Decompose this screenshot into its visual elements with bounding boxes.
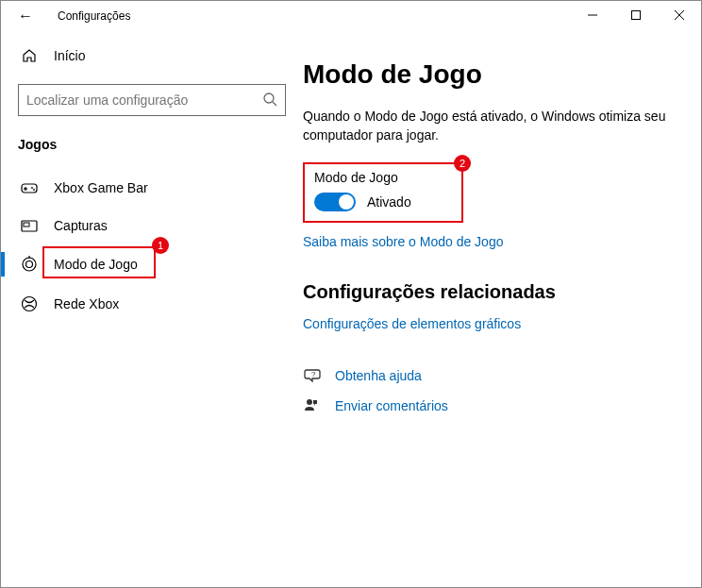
minimize-button[interactable]: [571, 1, 614, 29]
maximize-button[interactable]: [614, 1, 658, 29]
annotation-badge-1: 1: [152, 237, 169, 254]
search-box[interactable]: [18, 84, 286, 116]
nav-item-label: Capturas: [54, 218, 108, 233]
close-button[interactable]: [658, 1, 701, 29]
toggle-knob: [339, 194, 354, 210]
game-bar-icon: [18, 181, 41, 194]
learn-more-link[interactable]: Saiba mais sobre o Modo de Jogo: [303, 234, 678, 249]
game-mode-icon: [18, 256, 41, 273]
get-help-link[interactable]: Obtenha ajuda: [335, 368, 422, 383]
related-heading: Configurações relacionadas: [303, 281, 678, 303]
xbox-network-icon: [18, 295, 41, 312]
back-button[interactable]: [12, 3, 39, 29]
search-input[interactable]: [26, 92, 262, 108]
svg-point-9: [31, 187, 33, 189]
home-label: Início: [54, 48, 85, 63]
svg-point-4: [264, 93, 274, 103]
nav-item-xbox-game-bar[interactable]: Xbox Game Bar: [1, 169, 303, 207]
nav-item-xbox-network[interactable]: Rede Xbox: [1, 284, 303, 324]
svg-rect-12: [24, 223, 29, 227]
capture-icon: [18, 219, 41, 232]
page-heading: Modo de Jogo: [303, 59, 678, 90]
home-icon: [18, 48, 41, 63]
section-label: Jogos: [18, 137, 286, 152]
page-description: Quando o Modo de Jogo está ativado, o Wi…: [303, 107, 678, 145]
feedback-icon: [303, 397, 322, 414]
nav-item-label: Xbox Game Bar: [54, 180, 148, 195]
graphics-settings-link[interactable]: Configurações de elementos gráficos: [303, 316, 678, 331]
search-icon: [262, 92, 277, 109]
svg-rect-1: [632, 11, 641, 20]
feedback-row[interactable]: Enviar comentários: [303, 397, 678, 414]
svg-point-14: [26, 261, 33, 268]
svg-point-16: [23, 297, 37, 311]
home-nav[interactable]: Início: [18, 48, 286, 63]
svg-point-13: [23, 258, 36, 271]
nav-item-captures[interactable]: Capturas: [1, 207, 303, 244]
svg-point-18: [307, 399, 312, 405]
annotation-box-2: 2 Modo de Jogo Ativado: [303, 162, 463, 223]
nav-item-label: Rede Xbox: [54, 296, 119, 311]
window-controls: [571, 1, 701, 29]
annotation-badge-2: 2: [454, 155, 471, 172]
toggle-state-text: Ativado: [367, 194, 411, 210]
feedback-link[interactable]: Enviar comentários: [335, 398, 448, 413]
window-title: Configurações: [58, 9, 130, 23]
titlebar: Configurações: [1, 1, 701, 31]
help-icon: ?: [303, 367, 322, 384]
svg-point-10: [33, 189, 35, 191]
get-help-row[interactable]: ? Obtenha ajuda: [303, 367, 678, 384]
svg-text:?: ?: [311, 370, 316, 378]
close-icon: [675, 10, 684, 20]
arrow-left-icon: [18, 8, 33, 25]
nav-item-game-mode[interactable]: Modo de Jogo 1: [1, 244, 303, 284]
minimize-icon: [588, 10, 597, 20]
nav-list: Xbox Game Bar Capturas Modo de Jogo 1: [1, 169, 303, 324]
game-mode-toggle[interactable]: [314, 193, 356, 211]
sidebar: Início Jogos Xbox Game Bar Capturas: [1, 31, 303, 587]
toggle-label: Modo de Jogo: [314, 170, 452, 185]
main-pane: Modo de Jogo Quando o Modo de Jogo está …: [303, 31, 701, 587]
maximize-icon: [631, 10, 641, 20]
svg-line-5: [273, 102, 276, 106]
annotation-box-1: [42, 246, 156, 278]
